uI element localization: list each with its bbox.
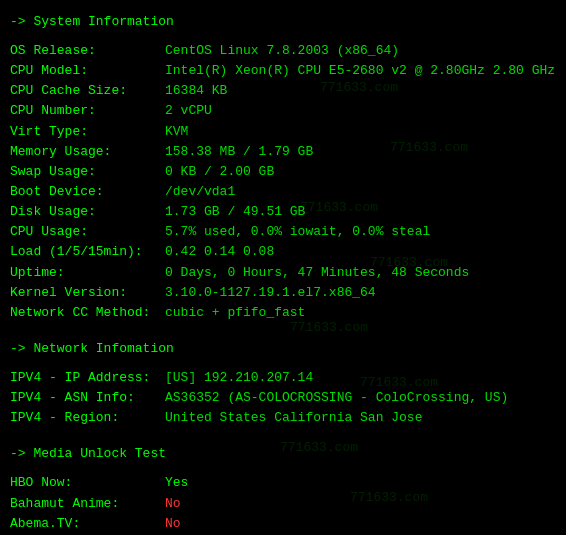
row-label: Kernel Version:: [10, 283, 165, 303]
info-row: Memory Usage:158.38 MB / 1.79 GB: [10, 142, 556, 162]
row-value: [US] 192.210.207.14: [165, 368, 313, 388]
info-row: Virt Type:KVM: [10, 122, 556, 142]
row-value: 2 vCPU: [165, 101, 212, 121]
media-section-header: -> Media Unlock Test: [10, 446, 556, 461]
info-row: Kernel Version:3.10.0-1127.19.1.el7.x86_…: [10, 283, 556, 303]
info-row: Network CC Method:cubic + pfifo_fast: [10, 303, 556, 323]
row-label: CPU Number:: [10, 101, 165, 121]
system-section-header: -> System Information: [10, 14, 556, 29]
info-row: Disk Usage:1.73 GB / 49.51 GB: [10, 202, 556, 222]
row-value: No: [165, 494, 181, 514]
row-label: IPV4 - IP Address:: [10, 368, 165, 388]
row-value: 158.38 MB / 1.79 GB: [165, 142, 313, 162]
row-value: cubic + pfifo_fast: [165, 303, 305, 323]
row-value: Intel(R) Xeon(R) CPU E5-2680 v2 @ 2.80GH…: [165, 61, 555, 81]
row-value: 1.73 GB / 49.51 GB: [165, 202, 305, 222]
row-label: Abema.TV:: [10, 514, 165, 534]
info-row: HBO Now:Yes: [10, 473, 556, 493]
row-label: Load (1/5/15min):: [10, 242, 165, 262]
row-label: Network CC Method:: [10, 303, 165, 323]
row-value: Yes: [165, 473, 188, 493]
info-row: CPU Model:Intel(R) Xeon(R) CPU E5-2680 v…: [10, 61, 556, 81]
row-label: Disk Usage:: [10, 202, 165, 222]
row-label: OS Release:: [10, 41, 165, 61]
row-value: United States California San Jose: [165, 408, 422, 428]
info-row: IPV4 - Region:United States California S…: [10, 408, 556, 428]
row-value: 0 Days, 0 Hours, 47 Minutes, 48 Seconds: [165, 263, 469, 283]
row-value: CentOS Linux 7.8.2003 (x86_64): [165, 41, 399, 61]
row-label: CPU Cache Size:: [10, 81, 165, 101]
info-row: IPV4 - IP Address:[US] 192.210.207.14: [10, 368, 556, 388]
row-label: CPU Usage:: [10, 222, 165, 242]
info-row: Bahamut Anime:No: [10, 494, 556, 514]
row-value: /dev/vda1: [165, 182, 235, 202]
info-row: Load (1/5/15min):0.42 0.14 0.08: [10, 242, 556, 262]
row-value: 0.42 0.14 0.08: [165, 242, 274, 262]
row-value: AS36352 (AS-COLOCROSSING - ColoCrossing,…: [165, 388, 508, 408]
info-row: OS Release:CentOS Linux 7.8.2003 (x86_64…: [10, 41, 556, 61]
info-row: Abema.TV:No: [10, 514, 556, 534]
info-row: Boot Device:/dev/vda1: [10, 182, 556, 202]
info-row: Swap Usage:0 KB / 2.00 GB: [10, 162, 556, 182]
info-row: CPU Number:2 vCPU: [10, 101, 556, 121]
row-label: Boot Device:: [10, 182, 165, 202]
row-label: HBO Now:: [10, 473, 165, 493]
row-label: IPV4 - Region:: [10, 408, 165, 428]
info-row: Uptime:0 Days, 0 Hours, 47 Minutes, 48 S…: [10, 263, 556, 283]
row-label: Memory Usage:: [10, 142, 165, 162]
row-value: 3.10.0-1127.19.1.el7.x86_64: [165, 283, 376, 303]
row-value: 5.7% used, 0.0% iowait, 0.0% steal: [165, 222, 430, 242]
network-section-header: -> Network Infomation: [10, 341, 556, 356]
network-info-block: IPV4 - IP Address:[US] 192.210.207.14IPV…: [10, 368, 556, 428]
row-value: 16384 KB: [165, 81, 227, 101]
row-label: Bahamut Anime:: [10, 494, 165, 514]
media-info-block: HBO Now:YesBahamut Anime:NoAbema.TV:NoPr…: [10, 473, 556, 535]
system-info-block: OS Release:CentOS Linux 7.8.2003 (x86_64…: [10, 41, 556, 323]
row-label: Uptime:: [10, 263, 165, 283]
row-value: No: [165, 514, 181, 534]
row-value: KVM: [165, 122, 188, 142]
row-label: Virt Type:: [10, 122, 165, 142]
info-row: IPV4 - ASN Info:AS36352 (AS-COLOCROSSING…: [10, 388, 556, 408]
row-label: CPU Model:: [10, 61, 165, 81]
info-row: CPU Usage:5.7% used, 0.0% iowait, 0.0% s…: [10, 222, 556, 242]
info-row: CPU Cache Size:16384 KB: [10, 81, 556, 101]
row-value: 0 KB / 2.00 GB: [165, 162, 274, 182]
row-label: IPV4 - ASN Info:: [10, 388, 165, 408]
row-label: Swap Usage:: [10, 162, 165, 182]
